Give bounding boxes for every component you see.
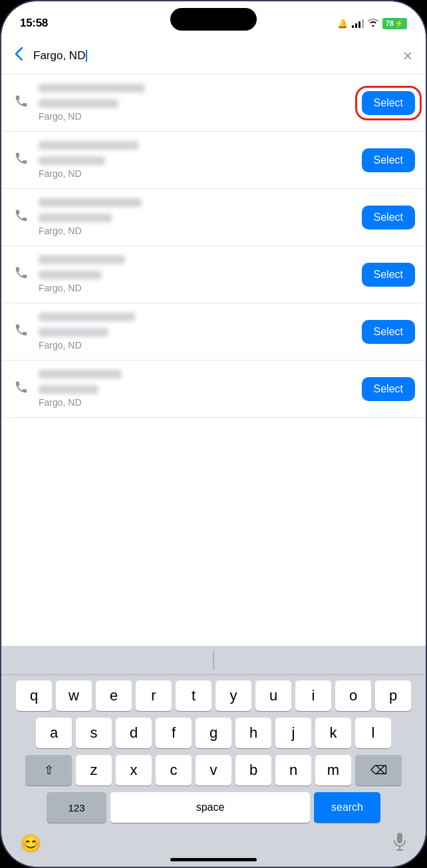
emoji-icon[interactable]: 😊 [20,833,41,854]
contact-location-3: Fargo, ND [39,225,354,236]
results-list: Fargo, ND Select Fargo, ND Select [1,74,426,646]
key-q[interactable]: q [16,680,52,711]
contact-info-4: Fargo, ND [39,255,354,293]
battery-icon: 78⚡ [382,18,407,29]
select-button-6[interactable]: Select [362,377,415,401]
contact-name-blur-1 [39,84,145,92]
clear-button[interactable]: × [400,44,415,68]
key-v[interactable]: v [196,755,231,786]
select-button-1[interactable]: Select [362,91,415,115]
contact-name-blur-2 [39,141,138,150]
delete-key[interactable]: ⌫ [355,755,402,786]
result-item-3: Fargo, ND Select [1,189,426,246]
key-n[interactable]: n [275,755,311,786]
select-button-2[interactable]: Select [362,148,415,172]
notification-icon: 🔔 [337,19,348,29]
search-input-container: Fargo, ND [33,49,392,63]
svg-rect-0 [397,833,402,843]
key-c[interactable]: c [156,755,192,786]
phone-icon-4 [12,265,31,284]
contact-name-blur-4b [39,271,102,279]
result-item-2: Fargo, ND Select [1,132,426,189]
microphone-icon[interactable] [392,832,407,855]
keyboard-row-2: a s d f g h j k l [4,718,423,748]
key-t[interactable]: t [176,680,212,711]
contact-name-blur-3 [39,198,142,207]
text-cursor [86,50,87,62]
dynamic-island [170,8,257,31]
status-icons: 🔔 78⚡ [337,18,407,29]
contact-info-2: Fargo, ND [39,141,354,179]
key-h[interactable]: h [235,718,271,748]
result-item-5: Fargo, ND Select [1,303,426,361]
signal-icon [352,19,364,28]
key-s[interactable]: s [76,718,112,748]
contact-info-3: Fargo, ND [39,198,354,236]
select-button-3[interactable]: Select [362,206,415,229]
key-k[interactable]: k [315,718,351,748]
contact-info-1: Fargo, ND [39,84,354,122]
key-l[interactable]: l [355,718,391,748]
keyboard-row-1: q w e r t y u i o p [4,680,423,711]
status-time: 15:58 [20,17,48,30]
wifi-icon [368,18,378,29]
phone-icon-2 [12,151,31,170]
back-button[interactable] [12,45,25,67]
keyboard-bottom-row: 123 space search [4,792,423,823]
suggestion-divider-right [214,651,214,670]
key-i[interactable]: i [295,680,331,711]
space-key[interactable]: space [110,792,310,823]
home-indicator [170,858,257,861]
contact-name-blur-5b [39,328,108,337]
contact-name-blur-1b [39,99,118,108]
contact-location-1: Fargo, ND [39,111,354,122]
key-r[interactable]: r [136,680,172,711]
result-item-6: Fargo, ND Select [1,361,426,418]
keyboard-bottom-bar: 😊 [1,825,426,861]
keyboard-rows: q w e r t y u i o p a s d f g [1,675,426,825]
contact-name-blur-3b [39,214,112,222]
select-button-4[interactable]: Select [362,263,415,287]
shift-key[interactable]: ⇧ [25,755,72,786]
key-e[interactable]: e [96,680,132,711]
result-item-4: Fargo, ND Select [1,246,426,303]
key-d[interactable]: d [116,718,152,748]
key-j[interactable]: j [275,718,311,748]
suggestion-bar [1,646,426,675]
contact-info-5: Fargo, ND [39,313,354,351]
key-w[interactable]: w [56,680,92,711]
select-button-5[interactable]: Select [362,320,415,344]
contact-name-blur-6 [39,370,122,378]
key-b[interactable]: b [235,755,271,786]
key-f[interactable]: f [156,718,192,748]
search-query-text[interactable]: Fargo, ND [33,49,85,63]
key-u[interactable]: u [255,680,291,711]
key-o[interactable]: o [335,680,371,711]
phone-icon-6 [12,380,31,398]
phone-frame: 15:58 🔔 78⚡ [0,0,427,868]
keyboard-row-3: ⇧ z x c v b n m ⌫ [4,755,423,786]
key-g[interactable]: g [196,718,231,748]
key-m[interactable]: m [315,755,351,786]
phone-icon-3 [12,208,31,227]
key-p[interactable]: p [375,680,411,711]
contact-name-blur-4 [39,255,125,264]
phone-screen: 15:58 🔔 78⚡ [1,1,426,867]
contact-info-6: Fargo, ND [39,370,354,408]
contact-location-5: Fargo, ND [39,340,354,351]
numbers-key[interactable]: 123 [47,792,106,823]
contact-name-blur-5 [39,313,135,321]
contact-location-2: Fargo, ND [39,168,354,179]
key-a[interactable]: a [36,718,72,748]
phone-icon-5 [12,323,31,341]
keyboard: q w e r t y u i o p a s d f g [1,646,426,867]
contact-name-blur-6b [39,385,98,394]
search-key[interactable]: search [314,792,380,823]
key-x[interactable]: x [116,755,152,786]
search-bar: Fargo, ND × [1,37,426,74]
key-z[interactable]: z [76,755,112,786]
contact-location-4: Fargo, ND [39,283,354,293]
contact-location-6: Fargo, ND [39,397,354,408]
result-item-1: Fargo, ND Select [1,74,426,132]
key-y[interactable]: y [215,680,251,711]
